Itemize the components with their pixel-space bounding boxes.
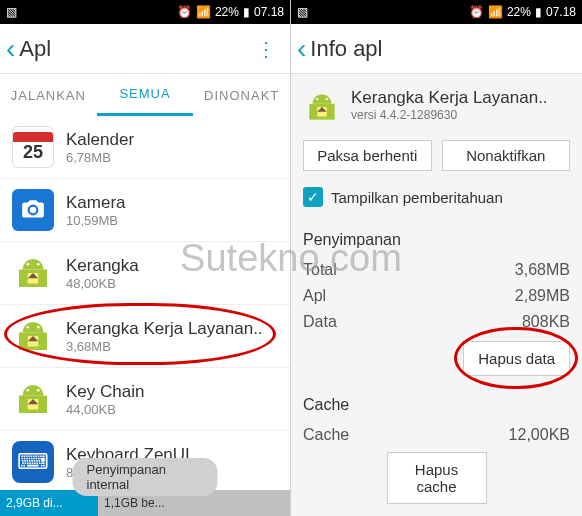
info-app-title: Kerangka Kerja Layanan.. <box>351 88 548 108</box>
status-bar: ▧ ⏰ 📶 22% ▮ 07.18 <box>291 0 582 24</box>
clear-cache-button[interactable]: Hapus cache <box>387 452 487 504</box>
app-size: 10,59MB <box>66 213 126 228</box>
signal-icon: 📶 <box>196 5 211 19</box>
svg-point-5 <box>26 326 29 329</box>
tab-dinonakt[interactable]: DINONAKT <box>193 74 290 116</box>
left-pane: ▧ ⏰ 📶 22% ▮ 07.18 ‹ Apl ⋮ JALANKAN SEMUA… <box>0 0 291 516</box>
alarm-icon: ⏰ <box>177 5 192 19</box>
app-label: Key Chain <box>66 382 144 402</box>
row-data: Data 808KB <box>303 309 570 335</box>
app-header: ‹ Info apl <box>291 24 582 74</box>
battery-pct: 22% <box>215 5 239 19</box>
row-cache: Cache 12,00KB <box>303 422 570 448</box>
list-item-kerangka[interactable]: Kerangka 48,00KB <box>0 242 290 305</box>
app-label: Kerangka <box>66 256 139 276</box>
row-apl: Apl 2,89MB <box>303 283 570 309</box>
clock-time: 07.18 <box>546 5 576 19</box>
gallery-icon: ▧ <box>6 5 17 19</box>
checkbox-checked-icon[interactable]: ✓ <box>303 187 323 207</box>
battery-icon: ▮ <box>243 5 250 19</box>
tab-semua[interactable]: SEMUA <box>97 74 194 116</box>
app-size: 44,00KB <box>66 402 144 417</box>
app-header: ‹ Apl ⋮ <box>0 24 290 74</box>
app-info-header: Kerangka Kerja Layanan.. versi 4.4.2-128… <box>303 82 570 140</box>
clock-time: 07.18 <box>254 5 284 19</box>
back-icon[interactable]: ‹ <box>6 33 15 65</box>
svg-point-6 <box>37 326 40 329</box>
clear-data-button[interactable]: Hapus data <box>463 341 570 376</box>
section-cache-title: Cache <box>303 386 570 422</box>
keyboard-icon: ⌨ <box>12 441 54 483</box>
android-icon <box>12 378 54 420</box>
storage-toast: Penyimpanan internal <box>73 458 218 496</box>
app-size: 48,00KB <box>66 276 139 291</box>
calendar-icon: 25 <box>12 126 54 168</box>
disable-button[interactable]: Nonaktifkan <box>442 140 571 171</box>
signal-icon: 📶 <box>488 5 503 19</box>
svg-point-18 <box>326 98 328 100</box>
list-item-kerangka-layanan[interactable]: Kerangka Kerja Layanan.. 3,68MB <box>0 305 290 368</box>
android-icon <box>303 88 341 126</box>
android-icon <box>12 252 54 294</box>
app-label: Kamera <box>66 193 126 213</box>
android-icon <box>12 315 54 357</box>
app-label: Kerangka Kerja Layanan.. <box>66 319 263 339</box>
app-size: 6,78MB <box>66 150 134 165</box>
tab-jalankan[interactable]: JALANKAN <box>0 74 97 116</box>
info-body: Kerangka Kerja Layanan.. versi 4.4.2-128… <box>291 74 582 512</box>
force-stop-button[interactable]: Paksa berhenti <box>303 140 432 171</box>
battery-icon: ▮ <box>535 5 542 19</box>
section-storage-title: Penyimpanan <box>303 221 570 257</box>
svg-point-17 <box>316 98 318 100</box>
alarm-icon: ⏰ <box>469 5 484 19</box>
list-item-keychain[interactable]: Key Chain 44,00KB <box>0 368 290 431</box>
overflow-menu-icon[interactable]: ⋮ <box>248 37 284 61</box>
page-title: Apl <box>19 36 51 62</box>
svg-point-1 <box>26 263 29 266</box>
page-title: Info apl <box>310 36 382 62</box>
notifications-label: Tampilkan pemberitahuan <box>331 189 503 206</box>
list-item-kalender[interactable]: 25 Kalender 6,78MB <box>0 116 290 179</box>
app-list: 25 Kalender 6,78MB Kamera 10,59MB Kerang… <box>0 116 290 516</box>
camera-icon <box>12 189 54 231</box>
app-label: Kalender <box>66 130 134 150</box>
battery-pct: 22% <box>507 5 531 19</box>
info-app-version: versi 4.4.2-1289630 <box>351 108 548 122</box>
back-icon[interactable]: ‹ <box>297 33 306 65</box>
notifications-row[interactable]: ✓ Tampilkan pemberitahuan <box>303 181 570 221</box>
svg-point-10 <box>37 389 40 392</box>
list-item-kamera[interactable]: Kamera 10,59MB <box>0 179 290 242</box>
app-size: 3,68MB <box>66 339 263 354</box>
svg-point-2 <box>37 263 40 266</box>
svg-point-9 <box>26 389 29 392</box>
right-pane: ▧ ⏰ 📶 22% ▮ 07.18 ‹ Info apl Kerangka Ke… <box>291 0 582 516</box>
action-buttons: Paksa berhenti Nonaktifkan <box>303 140 570 171</box>
tabs: JALANKAN SEMUA DINONAKT <box>0 74 290 116</box>
row-total: Total 3,68MB <box>303 257 570 283</box>
gallery-icon: ▧ <box>297 5 308 19</box>
status-bar: ▧ ⏰ 📶 22% ▮ 07.18 <box>0 0 290 24</box>
